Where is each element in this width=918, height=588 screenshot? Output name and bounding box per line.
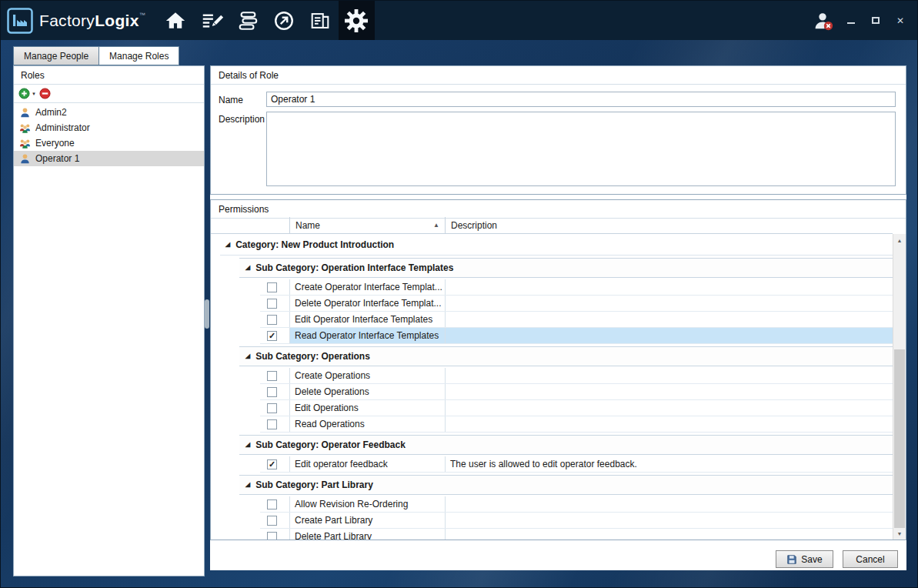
dispatch-icon[interactable] (266, 1, 302, 40)
subcategory-row[interactable]: ◢Sub Category: Operator Feedback (239, 435, 893, 455)
permission-row[interactable]: Create Operations (260, 368, 893, 384)
titlebar-right: ✕ (811, 9, 917, 32)
tab-manage-people[interactable]: Manage People (13, 46, 99, 65)
minimize-button[interactable] (843, 15, 859, 27)
permission-checkbox[interactable] (267, 532, 277, 540)
permission-row[interactable]: Create Operator Interface Templat... (260, 279, 893, 296)
category-row[interactable]: ◢Category: New Product Introduction (220, 234, 893, 256)
permission-name: Edit operator feedback (289, 456, 445, 472)
collapse-triangle-icon[interactable]: ◢ (245, 442, 250, 448)
permission-checkbox[interactable] (267, 403, 277, 413)
library-icon[interactable] (230, 1, 266, 40)
permission-row[interactable]: Allow Revision Re-Ordering (260, 496, 893, 513)
permission-checkbox[interactable] (267, 419, 277, 429)
remove-icon (39, 88, 51, 99)
permissions-title: Permissions (211, 200, 906, 219)
permissions-box: Permissions Name ▲ Description ◢Category… (210, 199, 906, 540)
checkbox-cell: ✓ (260, 456, 289, 472)
permission-name: Edit Operations (289, 400, 445, 416)
permission-row[interactable]: Delete Part Library (260, 529, 893, 540)
permission-name: Create Operations (289, 368, 445, 383)
process-definition-icon[interactable] (194, 1, 230, 40)
reports-icon[interactable] (302, 1, 339, 40)
tab-manage-roles[interactable]: Manage Roles (99, 46, 179, 65)
collapse-triangle-icon[interactable]: ◢ (245, 265, 250, 271)
permission-name: Delete Operator Interface Templat... (289, 296, 445, 311)
role-item[interactable]: Administrator (14, 120, 204, 135)
permission-checkbox[interactable] (267, 387, 277, 397)
details-title: Details of Role (211, 66, 906, 85)
roles-toolbar: ▼ (14, 85, 204, 103)
permission-name: Create Operator Interface Templat... (289, 279, 445, 295)
permission-checkbox[interactable] (267, 516, 277, 526)
save-icon (786, 554, 797, 565)
permission-checkbox[interactable]: ✓ (267, 331, 277, 341)
app-title: FactoryLogix™ (39, 12, 145, 30)
person-icon (19, 107, 31, 119)
permission-checkbox[interactable] (267, 282, 277, 292)
close-button[interactable]: ✕ (893, 15, 908, 27)
checkbox-cell (260, 529, 289, 540)
column-header-name[interactable]: Name ▲ (289, 217, 445, 233)
settings-icon[interactable] (339, 1, 375, 40)
role-item-label: Administrator (35, 122, 90, 133)
subcategory-label: Sub Category: Operations (255, 351, 370, 362)
collapse-triangle-icon[interactable]: ◢ (245, 353, 250, 359)
maximize-button[interactable] (868, 15, 883, 27)
group-icon (19, 122, 31, 134)
panel-splitter-grip[interactable] (205, 299, 209, 329)
role-item[interactable]: Everyone (14, 135, 204, 151)
checkbox-cell (260, 496, 289, 512)
add-role-button[interactable]: ▼ (18, 88, 36, 99)
permission-description: The user is allowed to edit operator fee… (445, 456, 893, 472)
permission-checkbox[interactable] (267, 299, 277, 309)
scrollbar-thumb[interactable] (894, 349, 905, 528)
permission-description (445, 312, 893, 327)
cancel-button[interactable]: Cancel (843, 550, 898, 568)
permission-row[interactable]: Edit Operations (260, 400, 893, 416)
role-item[interactable]: Admin2 (14, 105, 204, 120)
add-role-dropdown-icon[interactable]: ▼ (32, 92, 36, 96)
save-button[interactable]: Save (776, 550, 833, 568)
permission-name: Read Operator Interface Templates (289, 328, 445, 343)
permission-row[interactable]: Delete Operator Interface Templat... (260, 296, 893, 312)
permission-name: Delete Part Library (289, 529, 445, 540)
role-name-input[interactable] (266, 92, 896, 107)
checkbox-cell (260, 312, 289, 327)
permission-row[interactable]: Read Operations (260, 416, 893, 433)
checkbox-cell (260, 400, 289, 416)
user-disconnected-icon[interactable] (811, 9, 834, 32)
scroll-up-icon[interactable]: ▲ (893, 234, 906, 246)
permission-row[interactable]: ✓Read Operator Interface Templates (260, 328, 893, 344)
permission-description (445, 384, 893, 399)
role-description-input[interactable] (266, 112, 896, 186)
permission-description (445, 328, 893, 343)
permission-row[interactable]: ✓Edit operator feedbackThe user is allow… (260, 456, 893, 473)
permission-row[interactable]: Delete Operations (260, 384, 893, 400)
role-item[interactable]: Operator 1 (14, 151, 204, 166)
titlebar: FactoryLogix™ (1, 1, 917, 40)
collapse-triangle-icon[interactable]: ◢ (245, 482, 250, 488)
checkbox-cell (260, 384, 289, 399)
permission-checkbox[interactable] (267, 315, 277, 325)
permission-row[interactable]: Edit Operator Interface Templates (260, 312, 893, 328)
scroll-down-icon[interactable]: ▼ (893, 527, 906, 540)
permissions-scrollbar[interactable]: ▲ ▼ (893, 234, 906, 540)
main-navigation (158, 1, 375, 40)
subcategory-row[interactable]: ◢Sub Category: Operations (239, 346, 893, 366)
roles-panel: Roles ▼ Admin2AdministratorEveryoneOpera… (13, 65, 205, 576)
permission-checkbox[interactable]: ✓ (267, 459, 277, 469)
permission-row[interactable]: Create Part Library (260, 513, 893, 529)
permission-name: Create Part Library (289, 513, 445, 528)
remove-role-button[interactable] (39, 88, 51, 99)
permission-description (445, 496, 893, 512)
column-header-description[interactable]: Description (445, 217, 893, 233)
role-item-label: Operator 1 (35, 153, 79, 164)
permission-checkbox[interactable] (267, 371, 277, 381)
home-icon[interactable] (158, 1, 194, 40)
permission-checkbox[interactable] (267, 499, 277, 509)
collapse-triangle-icon[interactable]: ◢ (225, 242, 230, 248)
subcategory-row[interactable]: ◢Sub Category: Operation Interface Templ… (239, 258, 893, 278)
subcategory-row[interactable]: ◢Sub Category: Part Library (239, 475, 893, 495)
permission-name: Edit Operator Interface Templates (289, 312, 445, 327)
